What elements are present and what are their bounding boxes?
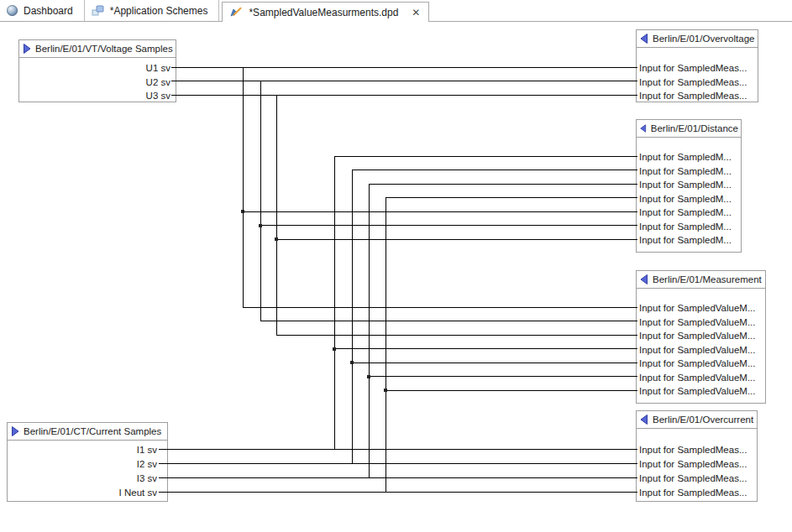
input-pin[interactable]: Input for SampledMeas... xyxy=(639,472,757,486)
node-voltage-samples[interactable]: Berlin/E/01/VT/Voltage Samples U1 svU2 s… xyxy=(18,39,176,102)
input-pin[interactable]: Input for SampledMeas... xyxy=(639,76,758,90)
node-header: Berlin/E/01/Overvoltage xyxy=(637,30,758,48)
tab-sampledvaluemeasurments[interactable]: *SampledValueMeasurments.dpd ✕ xyxy=(222,2,429,22)
node-title: Berlin/E/01/CT/Current Samples xyxy=(24,426,161,436)
input-arrow-icon xyxy=(640,123,647,133)
input-pin[interactable]: Input for SampledMeas... xyxy=(639,89,758,103)
pin-list: Input for SampledM...Input for SampledM.… xyxy=(637,138,741,248)
dashboard-icon xyxy=(7,5,18,16)
input-pin[interactable]: Input for SampledM... xyxy=(639,233,741,248)
input-pin[interactable]: Input for SampledValueM... xyxy=(639,343,765,357)
node-measurement[interactable]: Berlin/E/01/Measurement Input for Sample… xyxy=(636,270,766,404)
node-title: Berlin/E/01/Distance xyxy=(651,123,738,133)
input-arrow-icon xyxy=(640,274,648,284)
node-header: Berlin/E/01/VT/Voltage Samples xyxy=(19,40,176,58)
output-pin[interactable]: U1 sv xyxy=(19,61,170,76)
input-arrow-icon xyxy=(640,415,648,425)
tab-application-schemes[interactable]: *Application Schemes xyxy=(85,0,220,21)
input-pin[interactable]: Input for SampledValueM... xyxy=(639,316,765,330)
node-title: Berlin/E/01/Measurement xyxy=(653,274,762,284)
editor-tab-bar: Dashboard *Application Schemes *SampledV… xyxy=(0,0,792,22)
input-pin[interactable]: Input for SampledValueM... xyxy=(639,384,765,399)
close-icon[interactable]: ✕ xyxy=(412,8,420,18)
node-overcurrent[interactable]: Berlin/E/01/Overcurrent Input for Sample… xyxy=(636,410,758,502)
input-pin[interactable]: Input for SampledM... xyxy=(639,178,741,192)
pin-list: Input for SampledValueM...Input for Samp… xyxy=(637,289,765,399)
input-pin[interactable]: Input for SampledMeas... xyxy=(639,61,758,76)
tab-label: *Application Schemes xyxy=(110,5,208,17)
scheme-editor-icon xyxy=(230,7,243,18)
output-pin[interactable]: U2 sv xyxy=(19,76,170,90)
input-pin[interactable]: Input for SampledM... xyxy=(639,164,741,179)
input-pin[interactable]: Input for SampledValueM... xyxy=(639,329,765,343)
pin-list: Input for SampledMeas...Input for Sample… xyxy=(637,48,758,103)
input-pin[interactable]: Input for SampledMeas... xyxy=(639,457,757,472)
tab-dashboard[interactable]: Dashboard xyxy=(0,0,85,21)
output-pin[interactable]: U3 sv xyxy=(19,89,170,103)
node-current-samples[interactable]: Berlin/E/01/CT/Current Samples I1 svI2 s… xyxy=(7,422,168,502)
output-pin[interactable]: I2 sv xyxy=(8,457,157,472)
output-pin[interactable]: I Neut sv xyxy=(8,486,157,500)
node-title: Berlin/E/01/VT/Voltage Samples xyxy=(35,44,173,54)
input-pin[interactable]: Input for SampledM... xyxy=(639,150,741,164)
application-schemes-icon xyxy=(92,5,104,16)
input-pin[interactable]: Input for SampledM... xyxy=(639,220,741,234)
node-distance[interactable]: Berlin/E/01/Distance Input for SampledM.… xyxy=(636,119,742,253)
pin-list: U1 svU2 svU3 sv xyxy=(19,58,176,103)
tab-label: *SampledValueMeasurments.dpd xyxy=(249,7,398,18)
node-header: Berlin/E/01/Measurement xyxy=(637,271,765,289)
input-pin[interactable]: Input for SampledM... xyxy=(639,206,741,220)
tab-label: Dashboard xyxy=(24,5,73,17)
node-header: Berlin/E/01/Distance xyxy=(637,120,741,138)
input-pin[interactable]: Input for SampledValueM... xyxy=(639,301,765,316)
input-pin[interactable]: Input for SampledValueM... xyxy=(639,371,765,385)
pin-list: Input for SampledMeas...Input for Sample… xyxy=(637,429,757,500)
input-arrow-icon xyxy=(640,34,648,44)
node-overvoltage[interactable]: Berlin/E/01/Overvoltage Input for Sample… xyxy=(636,29,758,102)
output-pin[interactable]: I1 sv xyxy=(8,443,157,457)
input-pin[interactable]: Input for SampledMeas... xyxy=(639,443,757,457)
output-arrow-icon xyxy=(23,44,31,54)
node-header: Berlin/E/01/Overcurrent xyxy=(637,411,757,429)
output-arrow-icon xyxy=(11,426,19,436)
pin-list: I1 svI2 svI3 svI Neut sv xyxy=(8,441,167,500)
node-header: Berlin/E/01/CT/Current Samples xyxy=(8,423,167,441)
scheme-canvas[interactable]: Berlin/E/01/VT/Voltage Samples U1 svU2 s… xyxy=(0,0,792,532)
node-title: Berlin/E/01/Overcurrent xyxy=(653,415,753,425)
input-pin[interactable]: Input for SampledM... xyxy=(639,192,741,206)
input-pin[interactable]: Input for SampledMeas... xyxy=(639,486,757,500)
application-window: Berlin/E/01/VT/Voltage Samples U1 svU2 s… xyxy=(0,0,792,532)
node-title: Berlin/E/01/Overvoltage xyxy=(653,34,754,44)
input-pin[interactable]: Input for SampledValueM... xyxy=(639,357,765,371)
output-pin[interactable]: I3 sv xyxy=(8,472,157,486)
